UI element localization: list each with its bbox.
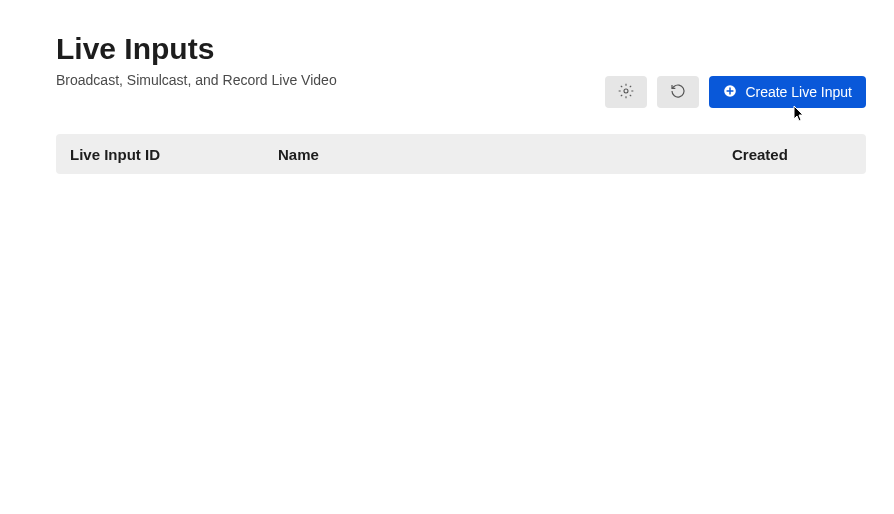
- header-actions: Create Live Input: [605, 76, 866, 108]
- table-header-row: Live Input ID Name Created: [56, 134, 866, 174]
- create-button-label: Create Live Input: [745, 84, 852, 100]
- page-title: Live Inputs: [56, 32, 605, 66]
- page-subtitle: Broadcast, Simulcast, and Record Live Vi…: [56, 72, 605, 88]
- plus-circle-icon: [723, 84, 737, 101]
- col-header-name: Name: [278, 146, 732, 163]
- svg-point-0: [624, 89, 628, 93]
- settings-button[interactable]: [605, 76, 647, 108]
- col-header-id: Live Input ID: [70, 146, 278, 163]
- col-header-created: Created: [732, 146, 852, 163]
- gear-icon: [618, 83, 634, 102]
- create-live-input-button[interactable]: Create Live Input: [709, 76, 866, 108]
- refresh-button[interactable]: [657, 76, 699, 108]
- refresh-icon: [670, 83, 686, 102]
